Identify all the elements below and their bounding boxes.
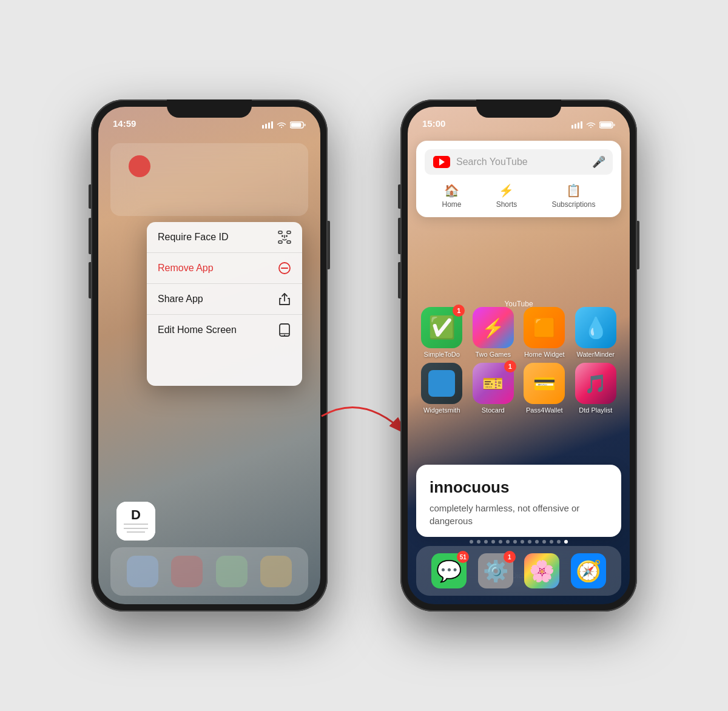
- svg-rect-8: [287, 231, 291, 234]
- svg-rect-9: [278, 241, 282, 243]
- dock-safari[interactable]: 🧭: [571, 553, 606, 588]
- app-grid: ✅ 1 SimpleToDo ⚡ Two Games 🟧 Home Widget: [416, 307, 621, 414]
- app-cell-stocard[interactable]: 🎫 1 Stocard: [470, 363, 517, 414]
- stocard-label: Stocard: [482, 406, 505, 414]
- signal-icon-right: [571, 121, 582, 129]
- battery-icon: [290, 121, 306, 129]
- dict-app-icon[interactable]: D: [116, 502, 155, 541]
- right-phone-screen: 15:00 Search YouTube 🎤 🏠 Home: [408, 107, 630, 604]
- dock-photos[interactable]: 🌸: [524, 553, 559, 588]
- dot-9: [528, 540, 531, 544]
- svg-point-12: [286, 235, 288, 237]
- dock-messages[interactable]: 💬 51: [431, 553, 467, 588]
- youtube-widget: Search YouTube 🎤 🏠 Home ⚡ Shorts 📋 Subsc…: [416, 141, 621, 217]
- homewidget-icon: 🟧: [524, 307, 565, 348]
- status-time-right: 15:00: [422, 118, 445, 129]
- context-menu: Require Face ID Remove App Share App: [147, 222, 302, 386]
- twogames-icon: ⚡: [473, 307, 514, 348]
- yt-logo: [433, 156, 450, 168]
- dot-3: [484, 540, 488, 544]
- yt-home-icon: 🏠: [444, 183, 459, 198]
- svg-rect-35: [581, 121, 582, 129]
- svg-rect-0: [262, 125, 264, 129]
- dot-2: [477, 540, 480, 544]
- svg-rect-34: [578, 123, 579, 129]
- red-dot: [129, 155, 150, 177]
- dock-app-2[interactable]: [171, 556, 203, 587]
- app-cell-waterminder[interactable]: 💧 WaterMinder: [573, 307, 619, 358]
- yt-search-bar[interactable]: Search YouTube 🎤: [425, 149, 613, 175]
- svg-rect-1: [265, 124, 267, 129]
- yt-home-item[interactable]: 🏠 Home: [442, 183, 462, 209]
- status-icons-right: [571, 121, 615, 129]
- yt-mic-icon[interactable]: 🎤: [593, 155, 604, 169]
- left-screen-content: Require Face ID Remove App Share App: [98, 107, 320, 604]
- yt-subs-item[interactable]: 📋 Subscriptions: [551, 183, 595, 209]
- twogames-label: Two Games: [475, 351, 511, 358]
- svg-rect-16: [280, 324, 289, 336]
- remove-app-label: Remove App: [158, 263, 214, 274]
- svg-rect-38: [613, 124, 615, 126]
- left-phone-screen: 14:59 Require Face ID: [98, 107, 320, 604]
- dict-word: innocuous: [430, 478, 608, 497]
- notch-right: [476, 99, 561, 118]
- yt-shorts-icon: ⚡: [499, 183, 514, 198]
- yt-shorts-label: Shorts: [496, 200, 517, 209]
- dtd-label: Dtd Playlist: [579, 406, 612, 414]
- app-cell-widgetsmith[interactable]: Widgetsmith: [419, 363, 465, 414]
- yt-subs-label: Subscriptions: [551, 200, 595, 209]
- app-cell-dtd[interactable]: 🎵 Dtd Playlist: [573, 363, 619, 414]
- blurred-widget: [110, 143, 308, 216]
- dock-app-4[interactable]: [260, 556, 292, 587]
- svg-rect-33: [575, 124, 576, 129]
- app-cell-simpletodo[interactable]: ✅ 1 SimpleToDo: [419, 307, 465, 358]
- dot-14-active: [564, 540, 568, 544]
- dock-app-3[interactable]: [216, 556, 248, 587]
- simpletodo-label: SimpleToDo: [424, 351, 460, 358]
- settings-badge: 1: [504, 551, 516, 563]
- yt-shorts-item[interactable]: ⚡ Shorts: [496, 183, 517, 209]
- dict-definition: completely harmless, not offensive or da…: [430, 502, 608, 527]
- dot-10: [535, 540, 539, 544]
- share-icon: [278, 292, 291, 306]
- battery-icon-right: [599, 121, 615, 129]
- notch-left: [167, 99, 252, 118]
- waterminder-icon: 💧: [575, 307, 616, 348]
- dock-left: [110, 547, 308, 596]
- simpletodo-icon: ✅ 1: [421, 307, 462, 348]
- dot-11: [542, 540, 546, 544]
- svg-rect-3: [271, 121, 273, 129]
- widgetsmith-label: Widgetsmith: [423, 406, 460, 414]
- svg-rect-5: [291, 123, 302, 127]
- edit-home-screen-label: Edit Home Screen: [158, 325, 237, 335]
- yt-nav-items: 🏠 Home ⚡ Shorts 📋 Subscriptions: [425, 183, 613, 209]
- pass4wallet-icon: 💳: [524, 363, 565, 404]
- left-phone: 14:59 Require Face ID: [91, 99, 328, 612]
- dock-right: 💬 51 ⚙️ 1 🌸 🧭: [416, 546, 621, 596]
- svg-rect-2: [268, 123, 270, 129]
- app-cell-pass4wallet[interactable]: 💳 Pass4Wallet: [521, 363, 568, 414]
- share-app-item[interactable]: Share App: [147, 284, 302, 315]
- remove-app-item[interactable]: Remove App: [147, 253, 302, 284]
- svg-rect-10: [287, 241, 291, 243]
- dictionary-widget: innocuous completely harmless, not offen…: [416, 465, 621, 537]
- status-icons-left: [262, 121, 306, 129]
- right-phone: 15:00 Search YouTube 🎤 🏠 Home: [400, 99, 637, 612]
- app-cell-homewidget[interactable]: 🟧 Home Widget: [521, 307, 568, 358]
- waterminder-label: WaterMinder: [576, 351, 615, 358]
- phone-screen-icon: [278, 323, 291, 337]
- homewidget-label: Home Widget: [524, 351, 565, 358]
- require-face-id-item[interactable]: Require Face ID: [147, 222, 302, 253]
- dot-1: [470, 540, 473, 544]
- dock-settings[interactable]: ⚙️ 1: [478, 553, 513, 588]
- face-id-icon: [278, 231, 291, 244]
- app-cell-twogames[interactable]: ⚡ Two Games: [470, 307, 517, 358]
- dock-app-1[interactable]: [127, 556, 158, 587]
- yt-home-label: Home: [442, 200, 462, 209]
- svg-rect-37: [601, 123, 612, 127]
- status-time-left: 14:59: [113, 118, 136, 129]
- edit-home-screen-item[interactable]: Edit Home Screen: [147, 315, 302, 345]
- page-dots: [408, 540, 630, 544]
- simpletodo-badge: 1: [453, 305, 465, 317]
- wifi-icon-right: [586, 121, 596, 129]
